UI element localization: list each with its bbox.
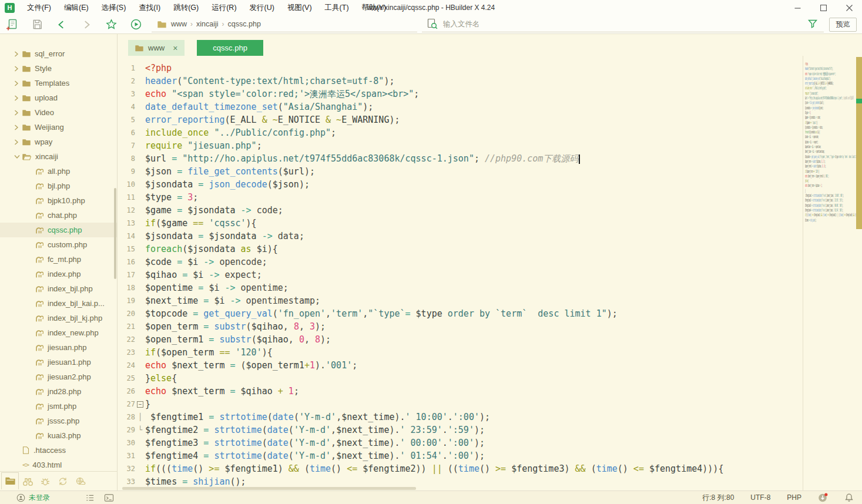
php-file-icon (35, 197, 43, 204)
tree-item-weijiang[interactable]: Weijiang (0, 120, 117, 135)
chevron-right-icon[interactable] (14, 139, 22, 145)
line-number: 11 (118, 193, 135, 201)
folder-icon (157, 21, 166, 28)
tab-cqssc-php[interactable]: cqssc.php (197, 40, 263, 56)
menu-item-run[interactable]: 运行(R) (205, 0, 243, 15)
php-file-icon (35, 314, 43, 322)
line-number: 24 (118, 361, 135, 369)
funnel-icon (807, 19, 818, 29)
tree-item-jsssc-php[interactable]: jsssc.php (0, 414, 117, 428)
minimap[interactable]: <?phpheader("Content-type:text/html;char… (803, 56, 856, 490)
tree-item-index-new-php[interactable]: index_new.php (0, 325, 117, 340)
search-input[interactable] (443, 20, 619, 28)
menu-item-help[interactable]: 帮助(Y) (355, 0, 393, 15)
chevron-right-icon[interactable] (14, 66, 22, 72)
breadcrumb-cqssc-php[interactable]: cqssc.php (226, 20, 263, 28)
menu-item-select[interactable]: 选择(S) (95, 0, 133, 15)
login-status[interactable]: 未登录 (16, 493, 50, 503)
language-mode[interactable]: PHP (787, 493, 801, 502)
tree-item-xincaiji[interactable]: xincaiji (0, 149, 117, 164)
encoding-indicator[interactable]: UTF-8 (750, 493, 770, 502)
vertical-scrollbar[interactable] (856, 56, 862, 490)
tree-item-jiesuan1-php[interactable]: jiesuan1.php (0, 355, 117, 369)
filter-button[interactable] (807, 19, 818, 32)
menu-item-goto[interactable]: 跳转(G) (167, 0, 205, 15)
chevron-right-icon[interactable] (14, 125, 22, 130)
php-file-icon (35, 432, 43, 439)
fold-toggle-icon[interactable]: − (137, 401, 143, 408)
tree-item-style[interactable]: Style (0, 61, 117, 76)
debug-panel-button[interactable] (36, 473, 54, 490)
tree-item-index-bjl-php[interactable]: index_bjl.php (0, 281, 117, 296)
search-panel-button[interactable] (19, 473, 36, 490)
search-file-icon (427, 18, 438, 30)
tree-item-custom-php[interactable]: custom.php (0, 237, 117, 252)
files-panel-button[interactable] (1, 472, 19, 489)
tree-item-kuai3-php[interactable]: kuai3.php (0, 428, 117, 443)
web-panel-button[interactable] (72, 473, 89, 490)
line-number: 1 (118, 64, 135, 72)
tree-item-jnd28-php[interactable]: jnd28.php (0, 384, 117, 399)
tree-item-upload[interactable]: upload (0, 90, 117, 105)
new-file-button[interactable] (0, 16, 25, 33)
tree-item-index-php[interactable]: index.php (0, 267, 117, 281)
cursor-position[interactable]: 行:8 列:80 (702, 493, 734, 503)
tree-item--htaccess[interactable]: .htaccess (0, 443, 117, 458)
back-button[interactable] (49, 16, 74, 33)
forward-button[interactable] (74, 16, 99, 33)
tree-item-index-bjl-kj-php[interactable]: index_bjl_kj.php (0, 311, 117, 325)
tree-item-templates[interactable]: Templates (0, 76, 117, 90)
outline-button[interactable] (85, 493, 95, 502)
code-editor[interactable]: 1<?php2header("Content-type:text/html;ch… (118, 56, 803, 490)
breadcrumb-www[interactable]: www (169, 20, 189, 28)
tree-item-cqssc-php[interactable]: cqssc.php (0, 223, 117, 237)
tree-item-wpay[interactable]: wpay (0, 135, 117, 149)
horizontal-scrollbar-thumb[interactable] (122, 487, 416, 490)
scrollbar-thumb[interactable] (856, 57, 862, 229)
tree-item-all-php[interactable]: all.php (0, 164, 117, 179)
menu-item-file[interactable]: 文件(F) (21, 0, 58, 15)
tree-item-fc-mt-php[interactable]: fc_mt.php (0, 252, 117, 267)
minimize-button[interactable] (784, 0, 810, 15)
menu-item-tools[interactable]: 工具(T) (318, 0, 355, 15)
terminal-button[interactable] (104, 493, 114, 502)
file-icon (22, 446, 29, 454)
breadcrumb-xincaiji[interactable]: xincaiji (194, 20, 221, 28)
tree-item-label: all.php (48, 167, 70, 176)
binoculars-icon (22, 476, 33, 486)
tab-www[interactable]: www × (128, 40, 185, 56)
chevron-right-icon[interactable] (14, 95, 22, 101)
menu-item-publish[interactable]: 发行(U) (243, 0, 281, 15)
tree-item-index-bjl-kai-p-[interactable]: index_bjl_kai.p... (0, 296, 117, 311)
tree-item-jiesuan-php[interactable]: jiesuan.php (0, 340, 117, 355)
update-button[interactable] (818, 493, 828, 502)
tree-item-chat-php[interactable]: chat.php (0, 208, 117, 223)
save-button[interactable] (25, 16, 49, 33)
tree-item-jiesuan2-php[interactable]: jiesuan2.php (0, 369, 117, 384)
favorite-button[interactable] (99, 16, 123, 33)
tree-item-sql-error[interactable]: sql_error (0, 46, 117, 61)
tree-item-bjl-php[interactable]: bjl.php (0, 179, 117, 193)
user-icon (16, 493, 25, 502)
tree-item-bjpk10-php[interactable]: bjpk10.php (0, 193, 117, 208)
line-number: 21 (118, 322, 135, 331)
menu-item-view[interactable]: 视图(V) (281, 0, 318, 15)
chevron-down-icon[interactable] (14, 154, 22, 159)
close-button[interactable] (836, 0, 862, 15)
notifications-button[interactable] (844, 493, 854, 502)
run-button[interactable] (123, 16, 148, 33)
chevron-right-icon[interactable] (14, 80, 22, 86)
sidebar-scrollbar-thumb[interactable] (114, 188, 116, 279)
tree-item-jsmt-php[interactable]: jsmt.php (0, 399, 117, 414)
sync-panel-button[interactable] (54, 473, 72, 490)
chevron-right-icon[interactable] (14, 51, 22, 57)
code-line-7: 7require "jiesuan.php"; (118, 139, 803, 152)
maximize-button[interactable] (810, 0, 836, 15)
tree-item-403-html[interactable]: <>403.html (0, 458, 117, 471)
tree-item-video[interactable]: Video (0, 105, 117, 120)
menu-item-find[interactable]: 查找(I) (132, 0, 167, 15)
chevron-right-icon[interactable] (14, 110, 22, 116)
preview-button[interactable]: 预览 (829, 18, 857, 32)
menu-item-edit[interactable]: 编辑(E) (58, 0, 95, 15)
tab-close-icon[interactable]: × (173, 43, 177, 53)
